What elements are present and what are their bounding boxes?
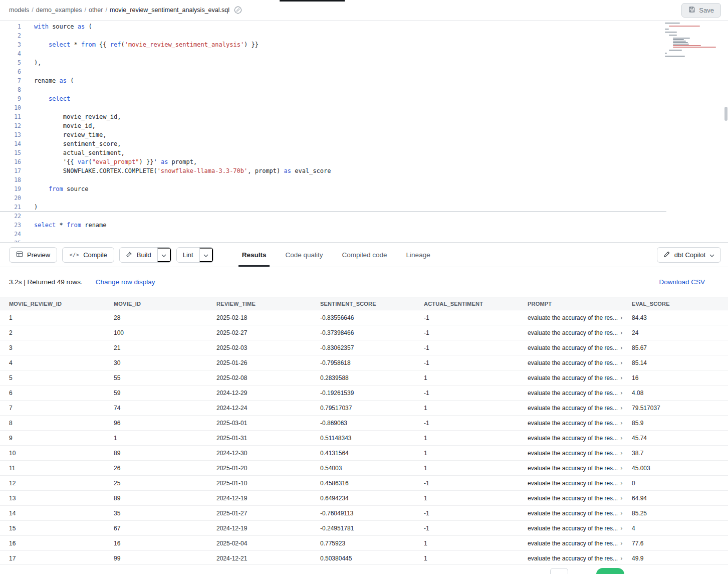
code-line-18[interactable]: 18	[0, 175, 728, 184]
prompt-expand-icon[interactable]: ›	[620, 360, 623, 366]
code-line-20[interactable]: 20	[0, 194, 728, 203]
lint-button[interactable]: Lint	[177, 248, 199, 262]
code-line-23[interactable]: 23select * from rename	[0, 221, 728, 230]
table-row[interactable]: 12252025-01-100.4586316-1evaluate the ac…	[0, 476, 728, 491]
table-row[interactable]: 3212025-02-03-0.83062357-1evaluate the a…	[0, 340, 728, 355]
cell: 85.9	[623, 416, 728, 431]
table-row[interactable]: 10892024-12-300.41315641evaluate the acc…	[0, 446, 728, 461]
cell: 2	[0, 325, 105, 340]
prompt-expand-icon[interactable]: ›	[620, 510, 623, 516]
code-line-22[interactable]: 22	[0, 212, 728, 221]
table-row[interactable]: 17992024-12-210.503804451evaluate the ac…	[0, 551, 728, 564]
build-dropdown-button[interactable]	[157, 248, 171, 262]
table-row[interactable]: 16162025-02-040.7759231evaluate the accu…	[0, 536, 728, 551]
breadcrumb-separator: /	[32, 7, 33, 14]
tab-code-quality[interactable]: Code quality	[276, 243, 332, 267]
results-tabs: ResultsCode qualityCompiled codeLineage	[232, 243, 440, 267]
breadcrumb-segment[interactable]: demo_examples	[36, 7, 82, 14]
footer-secondary-button[interactable]	[550, 568, 568, 574]
minimap[interactable]	[665, 23, 720, 57]
table-row[interactable]: 14352025-01-27-0.76049113-1evaluate the …	[0, 506, 728, 521]
code-line-11[interactable]: 11 movie_review_id,	[0, 112, 728, 121]
minimap-line	[673, 39, 684, 40]
breadcrumb-segment[interactable]: movie_review_sentiment_analysis_eval.sql	[110, 7, 229, 14]
code-line-6[interactable]: 6	[0, 67, 728, 76]
build-button[interactable]: Build	[120, 248, 157, 262]
line-number: 15	[0, 148, 21, 157]
tab-compiled-code[interactable]: Compiled code	[333, 243, 397, 267]
prompt-expand-icon[interactable]: ›	[620, 435, 623, 441]
save-icon	[688, 6, 695, 15]
prompt-cell: evaluate the accuracy of the res...›	[519, 401, 623, 416]
footer-primary-button[interactable]	[596, 568, 624, 574]
download-csv-link[interactable]: Download CSV	[659, 278, 705, 286]
code-line-7[interactable]: 7rename as (	[0, 76, 728, 85]
code-line-19[interactable]: 19 from source	[0, 184, 728, 194]
save-button[interactable]: Save	[681, 3, 721, 18]
prompt-expand-icon[interactable]: ›	[620, 420, 623, 426]
table-row[interactable]: 15672024-12-19-0.24951781-1evaluate the …	[0, 521, 728, 536]
tab-lineage[interactable]: Lineage	[397, 243, 440, 267]
code-line-16[interactable]: 16 '{{ var("eval_prompt") }}' as prompt,	[0, 157, 728, 166]
breadcrumb-segment[interactable]: other	[89, 7, 103, 14]
code-line-25[interactable]: 25	[0, 239, 728, 243]
prompt-expand-icon[interactable]: ›	[620, 480, 623, 486]
code-line-10[interactable]: 10	[0, 103, 728, 112]
code-line-3[interactable]: 3 select * from {{ ref('movie_review_sen…	[0, 40, 728, 49]
code-editor[interactable]: 1with source as (23 select * from {{ ref…	[0, 21, 728, 243]
prompt-expand-icon[interactable]: ›	[620, 540, 623, 546]
cell: 74	[105, 401, 207, 416]
code-line-1[interactable]: 1with source as (	[0, 22, 728, 31]
table-row[interactable]: 912025-01-310.511483431evaluate the accu…	[0, 431, 728, 446]
code-line-9[interactable]: 9 select	[0, 94, 728, 103]
prompt-expand-icon[interactable]: ›	[620, 330, 623, 336]
table-row[interactable]: 7742024-12-240.795170371evaluate the acc…	[0, 401, 728, 416]
code-text: review_time,	[21, 130, 107, 139]
code-line-2[interactable]: 2	[0, 31, 728, 40]
prompt-expand-icon[interactable]: ›	[620, 405, 623, 411]
code-line-24[interactable]: 24	[0, 230, 728, 239]
lint-dropdown-button[interactable]	[199, 248, 213, 262]
code-line-4[interactable]: 4	[0, 49, 728, 58]
prompt-expand-icon[interactable]: ›	[620, 315, 623, 321]
table-row[interactable]: 4302025-01-26-0.7958618-1evaluate the ac…	[0, 355, 728, 370]
cell: -0.76049113	[311, 506, 415, 521]
cell: 10	[0, 446, 105, 461]
code-line-5[interactable]: 5),	[0, 58, 728, 67]
model-info-icon[interactable]	[234, 6, 242, 14]
prompt-expand-icon[interactable]: ›	[620, 375, 623, 381]
tab-results[interactable]: Results	[232, 243, 276, 267]
breadcrumb-segment[interactable]: models	[9, 7, 29, 14]
compile-button[interactable]: </> Compile	[62, 247, 114, 263]
code-line-21[interactable]: 21)	[0, 203, 666, 212]
code-line-8[interactable]: 8	[0, 85, 728, 94]
table-row[interactable]: 21002025-02-27-0.37398466-1evaluate the …	[0, 325, 728, 340]
table-row[interactable]: 8962025-03-01-0.869063-1evaluate the acc…	[0, 416, 728, 431]
code-line-12[interactable]: 12 movie_id,	[0, 121, 728, 130]
prompt-expand-icon[interactable]: ›	[620, 345, 623, 351]
prompt-expand-icon[interactable]: ›	[620, 450, 623, 456]
prompt-expand-icon[interactable]: ›	[620, 555, 623, 561]
editor-scrollbar-thumb[interactable]	[724, 107, 727, 121]
column-header-actual_sentiment: ACTUAL_SENTIMENT	[415, 297, 519, 310]
prompt-expand-icon[interactable]: ›	[620, 525, 623, 531]
table-row[interactable]: 6592024-12-29-0.19261539-1evaluate the a…	[0, 386, 728, 401]
editor-scrollbar[interactable]	[723, 21, 728, 242]
preview-button[interactable]: Preview	[9, 247, 57, 263]
table-row[interactable]: 11262025-01-200.540031evaluate the accur…	[0, 461, 728, 476]
cell: 2024-12-19	[207, 491, 311, 506]
code-line-13[interactable]: 13 review_time,	[0, 130, 728, 139]
table-row[interactable]: 5552025-02-080.28395881evaluate the accu…	[0, 370, 728, 386]
change-row-display-link[interactable]: Change row display	[96, 278, 155, 286]
cell: -0.37398466	[311, 325, 415, 340]
code-line-17[interactable]: 17 SNOWFLAKE.CORTEX.COMPLETE('snowflake-…	[0, 166, 728, 175]
prompt-expand-icon[interactable]: ›	[620, 390, 623, 396]
dbt-copilot-button[interactable]: dbt Copilot	[657, 247, 721, 263]
cell: 1	[0, 310, 105, 325]
prompt-expand-icon[interactable]: ›	[620, 465, 623, 471]
code-line-15[interactable]: 15 actual_sentiment,	[0, 148, 728, 157]
prompt-expand-icon[interactable]: ›	[620, 495, 623, 501]
code-line-14[interactable]: 14 sentiment_score,	[0, 139, 728, 148]
table-row[interactable]: 1282025-02-18-0.83556646-1evaluate the a…	[0, 310, 728, 325]
table-row[interactable]: 13892024-12-190.64942341evaluate the acc…	[0, 491, 728, 506]
